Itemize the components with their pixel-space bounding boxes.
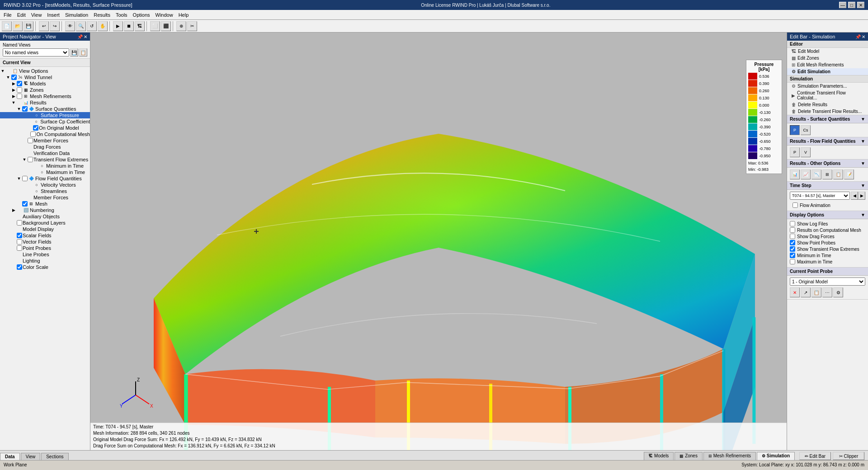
tree-item-model-display[interactable]: Model Display	[0, 226, 90, 232]
tree-item-mesh-refinements[interactable]: ▶⊞Mesh Refinements	[0, 93, 90, 99]
tree-item-surface-cp[interactable]: ○Surface Cp Coefficient	[0, 118, 90, 125]
maximize-btn[interactable]: □	[848, 2, 855, 8]
check-point-probes[interactable]	[17, 245, 22, 251]
render-btn[interactable]: ▶	[113, 21, 123, 31]
tree-item-surface-pressure[interactable]: ○Surface Pressure	[0, 112, 90, 118]
pan-btn[interactable]: ✋	[98, 21, 108, 31]
toggle-view-options[interactable]: ▼	[0, 68, 5, 74]
minimize-btn[interactable]: —	[839, 2, 846, 8]
other-btn3[interactable]: 📉	[811, 169, 821, 179]
rotate-btn[interactable]: ↺	[87, 21, 97, 31]
check-wind-tunnel[interactable]	[11, 75, 17, 80]
display-checkbox-Show_Transient_Flow_Extremes[interactable]	[790, 246, 795, 252]
toggle-transient-flow[interactable]: ▼	[22, 157, 27, 162]
tree-item-results[interactable]: ▼📊Results	[0, 99, 90, 106]
clipper-btn[interactable]: ✂ Clipper	[833, 452, 864, 460]
other-btn2[interactable]: 📈	[801, 169, 811, 179]
flow-v-btn[interactable]: V	[801, 147, 811, 157]
menu-item-results[interactable]: Results	[91, 11, 113, 19]
surface-cs-btn[interactable]: Cs	[801, 125, 811, 135]
named-views-save-btn[interactable]: 💾	[70, 48, 78, 56]
display-checkbox-Show_Log_Files[interactable]	[790, 221, 795, 226]
check-background-layers[interactable]	[17, 220, 22, 226]
tree-item-line-probes[interactable]: Line Probes	[0, 251, 90, 258]
tree-item-max-in-time[interactable]: ○Maximum in Time	[0, 169, 90, 175]
menu-item-edit[interactable]: Edit	[14, 11, 28, 19]
axis-btn[interactable]: ⊕	[176, 21, 186, 31]
rp-close-btn[interactable]: ✕	[862, 34, 865, 39]
check-vector-fields[interactable]	[17, 239, 22, 244]
display-checkbox-Show_Point_Probes[interactable]	[790, 240, 795, 245]
check-member-forces-1[interactable]	[28, 138, 33, 143]
check-scalar-fields[interactable]	[17, 233, 22, 238]
menu-item-window[interactable]: Window	[153, 11, 176, 19]
results-other-expand[interactable]: ▼	[861, 161, 865, 166]
redo-btn[interactable]: ↪	[50, 21, 60, 31]
tree-item-view-options[interactable]: ▼📋View Options	[0, 68, 90, 74]
tree-item-min-in-time[interactable]: ○Minimum in Time	[0, 163, 90, 169]
menu-item-options[interactable]: Options	[130, 11, 153, 19]
open-btn[interactable]: 📂	[13, 21, 23, 31]
check-flow-field-qty[interactable]	[22, 176, 28, 181]
other-btn4[interactable]: ⊞	[822, 169, 832, 179]
display-checkbox-Results_on_Computational_Mesh[interactable]	[790, 227, 795, 233]
continue-transient-btn[interactable]: ▶ Continue Transient Flow Calculat...	[787, 89, 868, 101]
left-panel-controls[interactable]: 📌 ✕	[77, 34, 87, 39]
named-views-select[interactable]: No named views	[3, 48, 69, 56]
undo-btn[interactable]: ↩	[39, 21, 49, 31]
tree-item-member-forces-1[interactable]: Member Forces	[0, 137, 90, 144]
rp-controls[interactable]: 📌 ✕	[855, 34, 865, 39]
viewport[interactable]: Wind Tunnel Dimensions: Dx = 293.605 m, …	[90, 33, 787, 450]
check-mesh[interactable]	[22, 201, 28, 207]
menu-item-tools[interactable]: Tools	[113, 11, 130, 19]
flow-animation-checkbox[interactable]	[793, 202, 798, 208]
display-checkbox-Maximum_in_Time[interactable]	[790, 259, 795, 264]
probe-more-btn[interactable]: ⋯	[822, 287, 832, 297]
toggle-zones[interactable]: ▶	[11, 87, 16, 93]
check-models[interactable]	[17, 81, 22, 86]
menu-item-help[interactable]: Help	[176, 11, 192, 19]
results-flow-expand[interactable]: ▼	[861, 139, 865, 144]
tree-item-background-layers[interactable]: Background Layers	[0, 220, 90, 226]
other-btn5[interactable]: 📋	[833, 169, 843, 179]
other-btn1[interactable]: 📊	[790, 169, 800, 179]
other-btn6[interactable]: 📝	[844, 169, 854, 179]
zoom-btn[interactable]: 🔍	[76, 21, 86, 31]
tree-item-surface-quantities[interactable]: ▼🔷Surface Quantities	[0, 106, 90, 112]
clip-btn[interactable]: ✂	[187, 21, 197, 31]
display-checkbox-Show_Drag_Forces[interactable]	[790, 234, 795, 239]
save-btn[interactable]: 💾	[24, 21, 33, 31]
check-on-comp-mesh[interactable]	[30, 132, 36, 137]
toggle-flow-field-qty[interactable]: ▼	[16, 176, 22, 181]
models-tab[interactable]: 🏗 Models	[644, 452, 674, 460]
panel-pin-btn[interactable]: 📌	[77, 34, 83, 39]
check-transient-flow[interactable]	[28, 157, 33, 162]
delete-results-btn[interactable]: 🗑 Delete Results	[787, 101, 868, 108]
tree-item-vector-fields[interactable]: Vector Fields	[0, 239, 90, 245]
probe-copy-btn[interactable]: 📋	[811, 287, 821, 297]
sim-params-btn[interactable]: ⚙ Simulation Parameters...	[787, 83, 868, 89]
named-views-load-btn[interactable]: 📋	[79, 48, 87, 56]
display-options-expand[interactable]: ▼	[861, 212, 865, 217]
timestep-select[interactable]: T074 - 94.57 [s], Master	[790, 192, 850, 200]
tree-item-verification-data[interactable]: Verification Data	[0, 150, 90, 156]
tree-item-velocity-vectors[interactable]: ○Velocity Vectors	[0, 182, 90, 188]
tree-item-zones[interactable]: ▶▦Zones	[0, 87, 90, 93]
tree-item-color-scale[interactable]: Color Scale	[0, 264, 90, 270]
toggle-surface-quantities[interactable]: ▼	[16, 106, 22, 112]
wire-btn[interactable]: ⬜	[150, 21, 160, 31]
timestep-next-btn[interactable]: ▶	[858, 192, 865, 200]
menu-item-insert[interactable]: Insert	[44, 11, 62, 19]
new-btn[interactable]: 📄	[2, 21, 12, 31]
tree-item-wind-tunnel[interactable]: ▼🌬Wind Tunnel	[0, 74, 90, 80]
tree-item-point-probes[interactable]: Point Probes	[0, 245, 90, 251]
menu-item-file[interactable]: File	[1, 11, 14, 19]
window-controls[interactable]: — □ ✕	[839, 2, 864, 8]
flow-p-btn[interactable]: P	[790, 147, 800, 157]
edit-bar-btn[interactable]: ✏ Edit Bar	[799, 452, 831, 460]
panel-close-btn[interactable]: ✕	[84, 34, 87, 39]
check-surface-quantities[interactable]	[22, 106, 28, 112]
tree-item-drag-forces[interactable]: Drag Forces	[0, 144, 90, 150]
simulation-tab[interactable]: ⚙ Simulation	[757, 452, 795, 460]
view-tab[interactable]: View	[21, 453, 41, 460]
